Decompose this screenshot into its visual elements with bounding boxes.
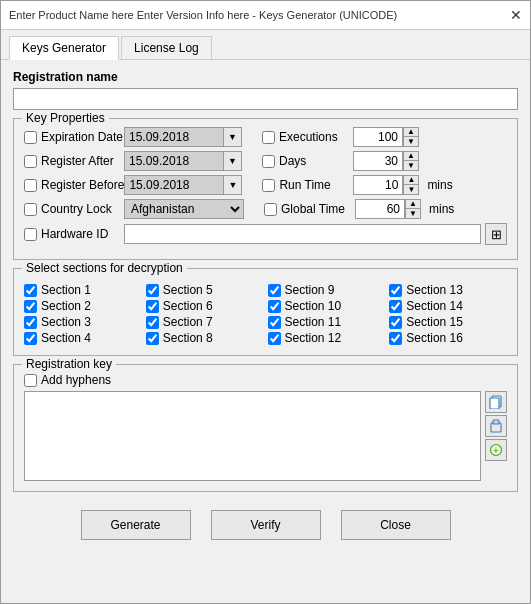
days-checkbox[interactable]: [262, 155, 275, 168]
global-time-spinner: ▲ ▼: [355, 199, 421, 219]
section-checkbox-11[interactable]: [268, 316, 281, 329]
section-label-10: Section 7: [163, 315, 213, 329]
section-checkbox-1[interactable]: [24, 284, 37, 297]
days-spin-buttons: ▲ ▼: [403, 151, 419, 171]
section-checkbox-8[interactable]: [389, 300, 402, 313]
section-checkbox-5[interactable]: [24, 300, 37, 313]
register-after-label: Register After: [24, 154, 124, 168]
svg-rect-1: [490, 398, 499, 409]
section-checkbox-10[interactable]: [146, 316, 159, 329]
paste-icon[interactable]: [485, 415, 507, 437]
global-time-checkbox[interactable]: [264, 203, 277, 216]
days-input[interactable]: [353, 151, 403, 171]
sections-group: Select sections for decryption Section 1…: [13, 268, 518, 356]
section-checkbox-15[interactable]: [268, 332, 281, 345]
executions-label: Executions: [279, 130, 349, 144]
key-properties-group: Key Properties Expiration Date ▼ Executi…: [13, 118, 518, 260]
close-icon[interactable]: ✕: [510, 7, 522, 23]
global-time-units: mins: [429, 202, 454, 216]
section-checkbox-12[interactable]: [389, 316, 402, 329]
run-time-spin-up[interactable]: ▲: [403, 175, 419, 185]
list-item: Section 2: [24, 299, 142, 313]
register-before-input[interactable]: [124, 175, 224, 195]
main-window: Enter Product Name here Enter Version In…: [0, 0, 531, 604]
verify-button[interactable]: Verify: [211, 510, 321, 540]
list-item: Section 9: [268, 283, 386, 297]
svg-text:+: +: [493, 445, 499, 456]
run-time-spin-buttons: ▲ ▼: [403, 175, 419, 195]
run-time-input[interactable]: [353, 175, 403, 195]
section-checkbox-9[interactable]: [24, 316, 37, 329]
hardware-id-checkbox[interactable]: [24, 228, 37, 241]
expiration-date-checkbox[interactable]: [24, 131, 37, 144]
list-item: Section 14: [389, 299, 507, 313]
hardware-id-row: Hardware ID ⊞: [24, 223, 507, 245]
section-checkbox-3[interactable]: [268, 284, 281, 297]
section-checkbox-7[interactable]: [268, 300, 281, 313]
days-row: Days ▲ ▼: [262, 151, 419, 171]
add-hyphens-row: Add hyphens: [24, 373, 507, 387]
register-after-checkbox[interactable]: [24, 155, 37, 168]
sections-grid: Section 1Section 5Section 9Section 13Sec…: [24, 283, 507, 345]
executions-spin-up[interactable]: ▲: [403, 127, 419, 137]
tab-license-log[interactable]: License Log: [121, 36, 212, 59]
executions-spin-buttons: ▲ ▼: [403, 127, 419, 147]
section-label-14: Section 8: [163, 331, 213, 345]
executions-input[interactable]: [353, 127, 403, 147]
section-label-9: Section 3: [41, 315, 91, 329]
country-lock-checkbox[interactable]: [24, 203, 37, 216]
section-checkbox-13[interactable]: [24, 332, 37, 345]
section-checkbox-16[interactable]: [389, 332, 402, 345]
register-before-calendar-icon[interactable]: ▼: [224, 175, 242, 195]
footer-buttons: Generate Verify Close: [13, 502, 518, 552]
register-after-calendar-icon[interactable]: ▼: [224, 151, 242, 171]
executions-checkbox[interactable]: [262, 131, 275, 144]
add-hyphens-label: Add hyphens: [41, 373, 111, 387]
run-time-spin-down[interactable]: ▼: [403, 185, 419, 195]
key-action-icons: +: [485, 391, 507, 481]
executions-spin-down[interactable]: ▼: [403, 137, 419, 147]
list-item: Section 4: [24, 331, 142, 345]
country-select[interactable]: Afghanistan: [124, 199, 244, 219]
run-time-label: Run Time: [279, 178, 349, 192]
generate-button[interactable]: Generate: [81, 510, 191, 540]
section-checkbox-2[interactable]: [146, 284, 159, 297]
tab-bar: Keys Generator License Log: [1, 30, 530, 60]
global-time-spin-down[interactable]: ▼: [405, 209, 421, 219]
run-time-checkbox[interactable]: [262, 179, 275, 192]
section-checkbox-6[interactable]: [146, 300, 159, 313]
section-label-12: Section 15: [406, 315, 463, 329]
tab-keys-generator[interactable]: Keys Generator: [9, 36, 119, 60]
list-item: Section 15: [389, 315, 507, 329]
global-time-input[interactable]: [355, 199, 405, 219]
expiration-date-input[interactable]: [124, 127, 224, 147]
run-time-row: Run Time ▲ ▼ mins: [262, 175, 452, 195]
expiration-date-calendar-icon[interactable]: ▼: [224, 127, 242, 147]
close-button[interactable]: Close: [341, 510, 451, 540]
hardware-id-input[interactable]: [124, 224, 481, 244]
section-checkbox-4[interactable]: [389, 284, 402, 297]
register-after-row: Register After ▼ Days ▲ ▼: [24, 151, 507, 171]
copy-to-clipboard-icon[interactable]: [485, 391, 507, 413]
days-spin-up[interactable]: ▲: [403, 151, 419, 161]
expiration-date-row: Expiration Date ▼ Executions ▲ ▼: [24, 127, 507, 147]
country-lock-label: Country Lock: [24, 202, 124, 216]
list-item: Section 13: [389, 283, 507, 297]
section-label-5: Section 2: [41, 299, 91, 313]
hardware-id-browse-icon[interactable]: ⊞: [485, 223, 507, 245]
registration-key-textarea[interactable]: [24, 391, 481, 481]
days-spinner: ▲ ▼: [353, 151, 419, 171]
section-label-16: Section 16: [406, 331, 463, 345]
days-spin-down[interactable]: ▼: [403, 161, 419, 171]
list-item: Section 8: [146, 331, 264, 345]
register-before-checkbox[interactable]: [24, 179, 37, 192]
global-time-spin-up[interactable]: ▲: [405, 199, 421, 209]
add-hyphens-checkbox[interactable]: [24, 374, 37, 387]
run-time-units: mins: [427, 178, 452, 192]
executions-spinner: ▲ ▼: [353, 127, 419, 147]
add-key-icon[interactable]: +: [485, 439, 507, 461]
registration-name-label: Registration name: [13, 70, 518, 84]
registration-name-input[interactable]: [13, 88, 518, 110]
section-checkbox-14[interactable]: [146, 332, 159, 345]
register-after-input[interactable]: [124, 151, 224, 171]
